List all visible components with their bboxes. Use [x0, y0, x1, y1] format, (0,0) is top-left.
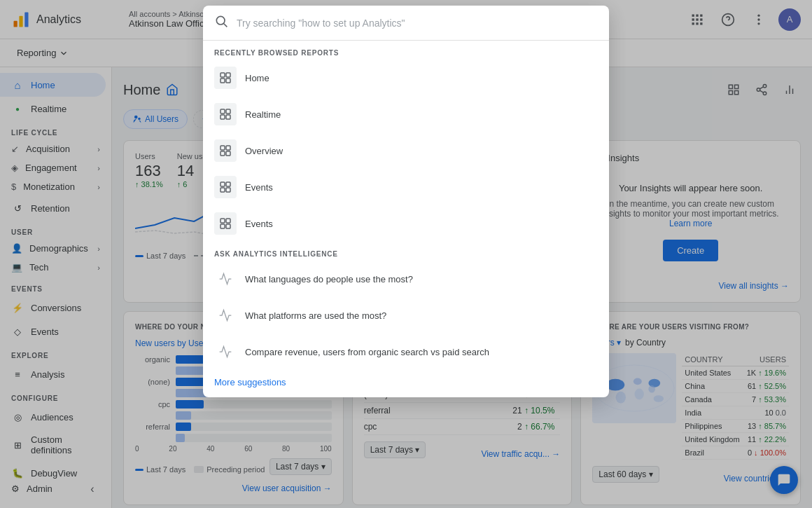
svg-rect-5 [226, 78, 230, 83]
search-item-overview-label: Overview [245, 146, 283, 156]
svg-rect-11 [226, 146, 230, 150]
sparkle-icon-q1 [214, 268, 237, 290]
search-item-events1[interactable]: Events [203, 169, 609, 205]
ai-item-q2-label: What platforms are used the most? [245, 310, 386, 321]
search-item-events2[interactable]: Events [203, 205, 609, 242]
ai-item-q1[interactable]: What languages do people use the most? [203, 261, 609, 297]
svg-rect-17 [226, 188, 230, 192]
sparkle-icon-q3 [214, 341, 237, 363]
svg-rect-6 [220, 109, 225, 114]
svg-rect-20 [220, 224, 225, 228]
svg-rect-8 [220, 115, 225, 119]
recently-browsed-label: RECENTLY BROWSED REPORTS [203, 41, 609, 60]
more-suggestions-section: More suggestions [203, 370, 609, 397]
svg-rect-9 [226, 115, 230, 119]
search-item-home[interactable]: Home [203, 60, 609, 96]
search-item-overview[interactable]: Overview [203, 132, 609, 169]
overview-report-icon [214, 139, 237, 162]
svg-rect-16 [220, 188, 225, 192]
svg-rect-13 [226, 151, 230, 156]
ai-item-q2[interactable]: What platforms are used the most? [203, 297, 609, 334]
svg-rect-14 [220, 182, 225, 186]
search-item-events1-label: Events [245, 182, 273, 193]
svg-rect-2 [220, 73, 225, 77]
search-item-events2-label: Events [245, 219, 273, 229]
search-item-home-label: Home [245, 73, 270, 83]
ai-item-q1-label: What languages do people use the most? [245, 274, 413, 284]
svg-point-0 [216, 16, 225, 25]
ai-item-q3-label: Compare revenue, users from organic sear… [245, 347, 489, 357]
search-modal: RECENTLY BROWSED REPORTS Home Realtime O… [203, 6, 609, 397]
realtime-report-icon [214, 103, 237, 125]
ai-section-label: ASK ANALYTICS INTELLIGENCE [203, 242, 609, 261]
ai-item-q3[interactable]: Compare revenue, users from organic sear… [203, 334, 609, 370]
home-report-icon [214, 67, 237, 89]
svg-rect-10 [220, 146, 225, 150]
svg-line-1 [224, 24, 227, 27]
svg-rect-18 [220, 219, 225, 223]
svg-rect-12 [220, 151, 225, 156]
svg-rect-19 [226, 219, 230, 223]
svg-rect-4 [220, 78, 225, 83]
search-input[interactable] [237, 18, 598, 29]
events1-report-icon [214, 176, 237, 198]
svg-rect-21 [226, 224, 230, 228]
more-suggestions-link[interactable]: More suggestions [214, 377, 286, 387]
sparkle-icon-q2 [214, 304, 237, 327]
svg-rect-15 [226, 182, 230, 186]
svg-rect-3 [226, 73, 230, 77]
search-icon [214, 14, 228, 32]
search-item-realtime[interactable]: Realtime [203, 96, 609, 132]
svg-rect-7 [226, 109, 230, 114]
search-input-row [203, 6, 609, 41]
events2-report-icon [214, 212, 237, 235]
search-item-realtime-label: Realtime [245, 109, 281, 120]
